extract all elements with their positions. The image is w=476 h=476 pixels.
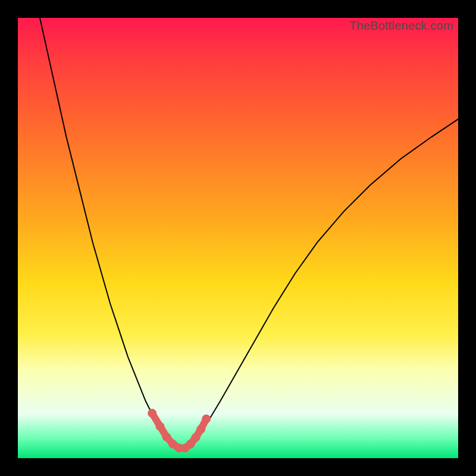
marker-dot	[202, 415, 211, 423]
curve-layer	[18, 18, 458, 458]
plot-area: TheBottleneck.com	[18, 18, 458, 458]
chart-frame: TheBottleneck.com	[0, 0, 476, 476]
marker-dot	[156, 422, 164, 431]
curve-right	[185, 119, 458, 449]
curve-left	[40, 18, 176, 449]
marker-dot	[162, 433, 171, 441]
marker-dot	[148, 409, 156, 418]
marker-dot	[197, 425, 205, 433]
marker-dot	[192, 433, 200, 441]
